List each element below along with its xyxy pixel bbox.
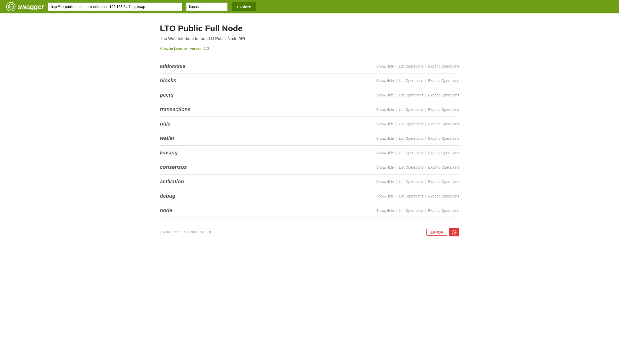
show-hide-link-consensus[interactable]: Show/Hide: [376, 165, 394, 169]
expand-operations-link-consensus[interactable]: Expand Operations: [428, 165, 459, 169]
action-separator: |: [425, 151, 426, 155]
api-section-name-peers: peers: [160, 92, 376, 98]
expand-operations-link-addresses[interactable]: Expand Operations: [428, 64, 459, 68]
action-separator: |: [425, 107, 426, 112]
api-section-actions-wallet: Show/Hide|List Operations|Expand Operati…: [376, 136, 459, 140]
expand-operations-link-transactions[interactable]: Expand Operations: [428, 107, 459, 112]
list-operations-link-wallet[interactable]: List Operations: [399, 136, 423, 140]
api-row: activationShow/Hide|List Operations|Expa…: [160, 175, 459, 189]
action-separator: |: [425, 79, 426, 83]
api-section-name-blocks: blocks: [160, 78, 376, 84]
action-separator: |: [425, 165, 426, 169]
header: {+} swagger Explore: [0, 0, 619, 13]
list-operations-link-leasing[interactable]: List Operations: [399, 151, 423, 155]
action-separator: |: [396, 151, 397, 155]
swagger-logo-icon: {+}: [6, 2, 15, 11]
expand-operations-link-peers[interactable]: Expand Operations: [428, 93, 459, 97]
list-operations-link-activation[interactable]: List Operations: [399, 180, 423, 184]
action-separator: |: [396, 194, 397, 198]
api-section-actions-consensus: Show/Hide|List Operations|Expand Operati…: [376, 165, 459, 169]
list-operations-link-debug[interactable]: List Operations: [399, 194, 423, 198]
show-hide-link-transactions[interactable]: Show/Hide: [376, 107, 394, 112]
swagger-logo: {+} swagger: [6, 2, 44, 11]
api-row: transactionsShow/Hide|List Operations|Ex…: [160, 102, 459, 117]
api-section-name-addresses: addresses: [160, 63, 376, 69]
api-section-actions-debug: Show/Hide|List Operations|Expand Operati…: [376, 194, 459, 198]
footer-right: ERROR {+}: [426, 228, 459, 236]
show-hide-link-wallet[interactable]: Show/Hide: [376, 136, 394, 140]
expand-operations-link-leasing[interactable]: Expand Operations: [428, 151, 459, 155]
api-sections-list: addressesShow/Hide|List Operations|Expan…: [160, 59, 459, 218]
api-row: nodeShow/Hide|List Operations|Expand Ope…: [160, 203, 459, 218]
api-section-name-wallet: wallet: [160, 135, 376, 141]
svg-text:{+}: {+}: [453, 231, 456, 234]
action-separator: |: [396, 107, 397, 112]
expand-operations-link-activation[interactable]: Expand Operations: [428, 180, 459, 184]
show-hide-link-peers[interactable]: Show/Hide: [376, 93, 394, 97]
api-row: walletShow/Hide|List Operations|Expand O…: [160, 131, 459, 146]
expand-operations-link-debug[interactable]: Expand Operations: [428, 194, 459, 198]
action-separator: |: [425, 122, 426, 126]
api-row: blocksShow/Hide|List Operations|Expand O…: [160, 73, 459, 88]
expand-operations-link-wallet[interactable]: Expand Operations: [428, 136, 459, 140]
action-separator: |: [425, 64, 426, 68]
list-operations-link-blocks[interactable]: List Operations: [399, 79, 423, 83]
api-section-actions-transactions: Show/Hide|List Operations|Expand Operati…: [376, 107, 459, 112]
show-hide-link-leasing[interactable]: Show/Hide: [376, 151, 394, 155]
api-row: leasingShow/Hide|List Operations|Expand …: [160, 146, 459, 160]
api-row: peersShow/Hide|List Operations|Expand Op…: [160, 88, 459, 102]
list-operations-link-utils[interactable]: List Operations: [399, 122, 423, 126]
action-separator: |: [425, 180, 426, 184]
api-section-actions-peers: Show/Hide|List Operations|Expand Operati…: [376, 93, 459, 97]
api-row: addressesShow/Hide|List Operations|Expan…: [160, 59, 459, 73]
expand-operations-link-utils[interactable]: Expand Operations: [428, 122, 459, 126]
action-separator: |: [425, 136, 426, 140]
api-section-actions-addresses: Show/Hide|List Operations|Expand Operati…: [376, 64, 459, 68]
api-section-actions-utils: Show/Hide|List Operations|Expand Operati…: [376, 122, 459, 126]
swagger-footer-icon-button[interactable]: {+}: [449, 228, 459, 236]
expand-operations-link-node[interactable]: Expand Operations: [428, 209, 459, 213]
swagger-logo-text: swagger: [18, 3, 44, 11]
action-separator: |: [425, 209, 426, 213]
api-section-name-consensus: consensus: [160, 164, 376, 170]
api-section-name-utils: utils: [160, 121, 376, 127]
apache-license-link[interactable]: Apache License, Version 2.0: [160, 46, 209, 51]
base-url-text: [ base url: / , api version: 1.0.3 ]: [160, 230, 216, 234]
api-section-actions-activation: Show/Hide|List Operations|Expand Operati…: [376, 180, 459, 184]
show-hide-link-node[interactable]: Show/Hide: [376, 209, 394, 213]
action-separator: |: [396, 180, 397, 184]
list-operations-link-consensus[interactable]: List Operations: [399, 165, 423, 169]
api-row: utilsShow/Hide|List Operations|Expand Op…: [160, 117, 459, 131]
show-hide-link-addresses[interactable]: Show/Hide: [376, 64, 394, 68]
api-section-name-leasing: leasing: [160, 150, 376, 156]
url-input[interactable]: [48, 3, 182, 11]
svg-text:{+}: {+}: [9, 5, 13, 8]
page-title: LTO Public Full Node: [160, 24, 459, 33]
api-key-input[interactable]: [186, 3, 227, 11]
action-separator: |: [396, 136, 397, 140]
list-operations-link-transactions[interactable]: List Operations: [399, 107, 423, 112]
api-section-name-activation: activation: [160, 179, 376, 185]
action-separator: |: [396, 209, 397, 213]
action-separator: |: [396, 122, 397, 126]
show-hide-link-blocks[interactable]: Show/Hide: [376, 79, 394, 83]
main-content: LTO Public Full Node The Web Interface t…: [129, 13, 490, 252]
api-section-actions-node: Show/Hide|List Operations|Expand Operati…: [376, 209, 459, 213]
error-badge: ERROR: [426, 229, 447, 236]
action-separator: |: [396, 93, 397, 97]
api-row: consensusShow/Hide|List Operations|Expan…: [160, 160, 459, 175]
action-separator: |: [396, 165, 397, 169]
api-section-actions-blocks: Show/Hide|List Operations|Expand Operati…: [376, 79, 459, 83]
expand-operations-link-blocks[interactable]: Expand Operations: [428, 79, 459, 83]
show-hide-link-utils[interactable]: Show/Hide: [376, 122, 394, 126]
action-separator: |: [425, 194, 426, 198]
list-operations-link-addresses[interactable]: List Operations: [399, 64, 423, 68]
list-operations-link-node[interactable]: List Operations: [399, 209, 423, 213]
show-hide-link-activation[interactable]: Show/Hide: [376, 180, 394, 184]
api-row: debugShow/Hide|List Operations|Expand Op…: [160, 189, 459, 203]
action-separator: |: [396, 79, 397, 83]
list-operations-link-peers[interactable]: List Operations: [399, 93, 423, 97]
api-section-name-transactions: transactions: [160, 106, 376, 112]
explore-button[interactable]: Explore: [232, 2, 256, 11]
show-hide-link-debug[interactable]: Show/Hide: [376, 194, 394, 198]
